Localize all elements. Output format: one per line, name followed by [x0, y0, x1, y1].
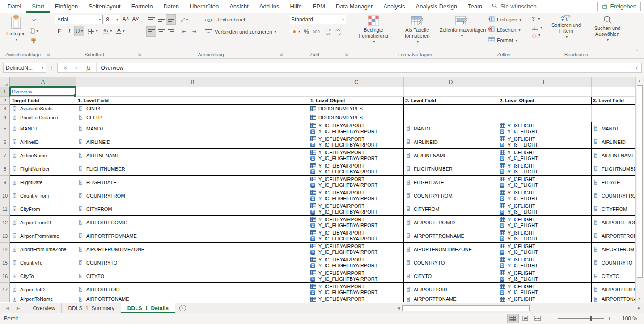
cell[interactable]: Y_ICFLIBYAIRPORTDY_IC_FLIGHTBYAIRPORT: [309, 229, 404, 243]
horizontal-scroll-thumb[interactable]: [402, 305, 530, 311]
tab-data-manager[interactable]: Data Manager: [330, 0, 378, 13]
fill-button[interactable]: ↓▾: [532, 25, 542, 30]
cell[interactable]: [498, 87, 592, 97]
italic-button[interactable]: I: [65, 26, 74, 36]
sheet-tab-overview[interactable]: Overview: [26, 303, 62, 313]
cell[interactable]: FLIGHTNUMBER: [76, 162, 309, 176]
cell[interactable]: [592, 113, 635, 122]
select-all-corner[interactable]: [0, 77, 10, 87]
wrap-text-button[interactable]: ab̲↩ Textumbruch: [205, 15, 276, 24]
cell[interactable]: Y_I3FLIGHTDY_I3_FLIGHT: [498, 283, 592, 296]
cell[interactable]: AIPORTFROMTIMEZONE: [76, 243, 309, 256]
row-header[interactable]: 15: [0, 256, 10, 269]
horizontal-scroll-track[interactable]: [402, 304, 636, 312]
column-header-c[interactable]: C: [309, 77, 404, 87]
cell[interactable]: CFLTP: [76, 113, 309, 122]
row-header[interactable]: 13: [0, 229, 10, 243]
cell[interactable]: Y_ICFLIBYAIRPORTDY_IC_FLIGHTBYAIRPORT: [309, 135, 404, 149]
cell[interactable]: Y_I3FLIGHTDY_I3_FLIGHT: [498, 229, 592, 243]
name-box[interactable]: DefinedN... ▾: [3, 63, 46, 73]
cell[interactable]: AIRLINEID: [76, 135, 309, 149]
cell[interactable]: MANDT: [76, 122, 309, 135]
column-header-e[interactable]: E: [498, 77, 592, 87]
row-header[interactable]: 16: [0, 269, 10, 283]
insert-function-button[interactable]: fx: [86, 64, 90, 72]
row-header[interactable]: 17: [0, 283, 10, 296]
tab-hilfe[interactable]: Hilfe: [285, 0, 307, 13]
cell[interactable]: AIRPORTTOID: [76, 283, 309, 296]
percent-button[interactable]: %: [302, 27, 311, 36]
decrease-decimal-button[interactable]: .00→0: [334, 27, 343, 36]
cell[interactable]: 2. Level Field: [404, 97, 498, 105]
cell[interactable]: Y_ICFLIBYAIRPORTDY_IC_FLIGHTBYAIRPORT: [309, 162, 404, 176]
cell[interactable]: AvailableSeats: [10, 105, 76, 113]
tab-ueberpruefen[interactable]: Überprüfen: [184, 0, 224, 13]
cell[interactable]: Y_ICFLIBYAIRPORTDY_IC_FLIGHTBYAIRPORT: [309, 216, 404, 229]
tab-seitenlayout[interactable]: Seitenlayout: [83, 0, 126, 13]
cell[interactable]: COUNTRYFROM: [404, 189, 498, 202]
delete-cells-button[interactable]: Löschen ▾: [488, 26, 521, 34]
font-name-select[interactable]: Arial▾: [55, 15, 103, 24]
cell[interactable]: AiportFromTimeZone: [10, 243, 76, 256]
cell[interactable]: [309, 87, 404, 97]
cell[interactable]: 1. Level Object: [309, 97, 404, 105]
cell[interactable]: AirportFromName: [10, 229, 76, 243]
row-header[interactable]: [0, 296, 10, 302]
cell[interactable]: CITYTO: [404, 269, 498, 283]
next-sheet-icon[interactable]: ▶: [17, 306, 20, 311]
tab-team[interactable]: Team: [462, 0, 487, 13]
row-header[interactable]: 7: [0, 149, 10, 162]
cell[interactable]: AirportFromID: [10, 216, 76, 229]
dialog-launcher-icon[interactable]: ⇲: [279, 53, 283, 57]
dialog-launcher-icon[interactable]: ⇲: [345, 53, 348, 57]
share-button[interactable]: Freigeben: [597, 2, 641, 11]
horizontal-scrollbar[interactable]: ⋮ ◀ ▶: [387, 303, 644, 313]
cell[interactable]: Y_I3FLIGHTDY_I3_FLIGHT: [498, 149, 592, 162]
decrease-indent-button[interactable]: ⇤: [180, 27, 189, 36]
cell[interactable]: Y_I3FLIGHT: [498, 296, 592, 302]
new-sheet-button[interactable]: +: [175, 303, 191, 313]
cell[interactable]: Y_ICFLIBYAIRPORTDY_IC_FLIGHTBYAIRPORT: [309, 189, 404, 202]
cell[interactable]: AIRLINENAME: [404, 149, 498, 162]
cell[interactable]: Y_I3FLIGHTDY_I3_FLIGHT: [498, 202, 592, 216]
cell[interactable]: [498, 105, 592, 113]
row-header[interactable]: 11: [0, 202, 10, 216]
cell[interactable]: COUNTRYTO: [404, 256, 498, 269]
cell[interactable]: Y_I3FLIGHTDY_I3_FLIGHT: [498, 189, 592, 202]
paste-button[interactable]: Einfügen ▾: [5, 15, 27, 43]
bold-button[interactable]: F: [55, 26, 64, 36]
number-format-select[interactable]: Standard▾: [289, 15, 346, 24]
cell[interactable]: Y_I3FLIGHTDY_I3_FLIGHT: [498, 216, 592, 229]
row-header[interactable]: 5: [0, 122, 10, 135]
merge-center-button[interactable]: ↔ Verbinden und zentrieren ▾: [205, 27, 276, 36]
dialog-launcher-icon[interactable]: ⇲: [138, 53, 141, 57]
cell[interactable]: AIRPORTFROMNAME: [404, 229, 498, 243]
cell[interactable]: AIRLINENAME: [76, 149, 309, 162]
scroll-down-icon[interactable]: ▼: [636, 295, 644, 303]
cell[interactable]: MANDT: [592, 122, 635, 135]
cell[interactable]: FLIGHTNUMBER: [404, 162, 498, 176]
cell[interactable]: AIRPORTFROMID: [76, 216, 309, 229]
find-select-button[interactable]: Suchen und Auswählen ▾: [587, 15, 628, 43]
align-middle-button[interactable]: [157, 15, 165, 24]
format-as-table-button[interactable]: Als Tabelle formatieren ▾: [395, 15, 439, 45]
cell[interactable]: DDDDLNUMTYPES: [309, 113, 404, 122]
decrease-font-button[interactable]: A˅: [131, 15, 140, 24]
cell[interactable]: CITYFROM: [592, 202, 635, 216]
cell[interactable]: Y_ICFLIBYAIRPORTDY_IC_FLIGHTBYAIRPORT: [309, 149, 404, 162]
normal-view-button[interactable]: [508, 314, 518, 323]
cell[interactable]: [404, 87, 498, 97]
cell[interactable]: [592, 87, 635, 97]
cell[interactable]: Y_I3FLIGHTDY_I3_FLIGHT: [498, 176, 592, 189]
row-header[interactable]: 1: [0, 87, 10, 97]
tell-me-search[interactable]: Sie wünschen...: [487, 0, 546, 13]
cell[interactable]: Y_I3FLIGHTDY_I3_FLIGHT: [498, 135, 592, 149]
cell[interactable]: FLIGHTDATE: [76, 176, 309, 189]
tab-analysis[interactable]: Analysis: [378, 0, 410, 13]
cell[interactable]: AIRPORTFROMID: [404, 216, 498, 229]
tab-add-ins[interactable]: Add-Ins: [254, 0, 285, 13]
cell[interactable]: CountryFrom: [10, 189, 76, 202]
align-bottom-button[interactable]: [166, 15, 175, 24]
column-header-a[interactable]: A: [10, 77, 76, 87]
align-top-button[interactable]: [147, 15, 156, 24]
